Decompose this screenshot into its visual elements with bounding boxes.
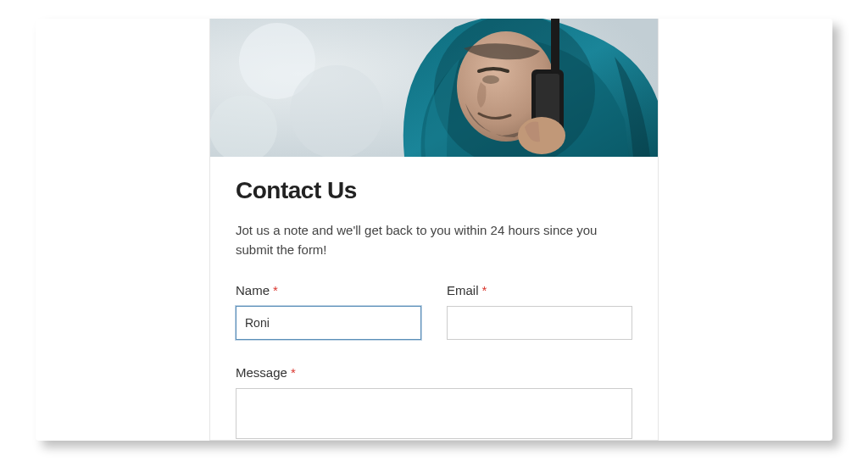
message-label: Message* xyxy=(236,365,632,380)
name-field-group: Name* xyxy=(236,283,421,340)
message-field-group: Message* xyxy=(236,365,632,439)
required-mark: * xyxy=(482,283,487,297)
email-label-text: Email xyxy=(447,283,479,297)
svg-rect-10 xyxy=(551,19,559,74)
email-label: Email* xyxy=(447,283,632,297)
email-input[interactable] xyxy=(447,306,632,340)
hero-image xyxy=(210,19,658,157)
form-heading: Contact Us xyxy=(236,177,632,204)
required-mark: * xyxy=(291,365,296,380)
form-description: Jot us a note and we'll get back to you … xyxy=(236,221,632,259)
svg-point-2 xyxy=(290,65,383,157)
message-input[interactable] xyxy=(236,388,632,439)
svg-point-11 xyxy=(518,117,565,154)
field-row: Name* Email* xyxy=(236,283,632,340)
message-label-text: Message xyxy=(236,365,287,380)
form-content: Contact Us Jot us a note and we'll get b… xyxy=(210,157,658,439)
form-container: Contact Us Jot us a note and we'll get b… xyxy=(209,19,659,441)
name-input[interactable] xyxy=(236,306,421,340)
contact-card: Contact Us Jot us a note and we'll get b… xyxy=(36,19,832,441)
email-field-group: Email* xyxy=(447,283,632,340)
name-label: Name* xyxy=(236,283,421,297)
svg-point-7 xyxy=(482,75,499,84)
required-mark: * xyxy=(273,283,278,297)
name-label-text: Name xyxy=(236,283,270,297)
